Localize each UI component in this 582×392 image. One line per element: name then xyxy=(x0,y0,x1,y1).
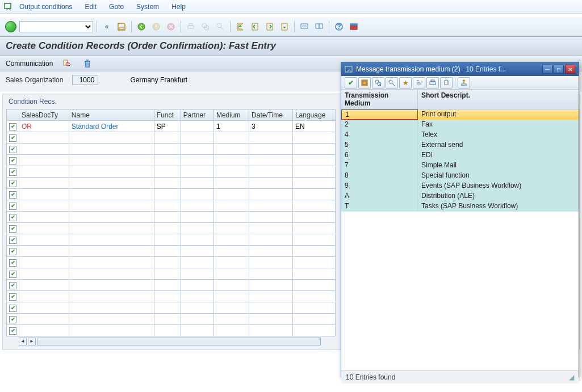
first-page-icon[interactable] xyxy=(234,20,246,33)
row-check[interactable] xyxy=(7,212,19,223)
prev-page-icon[interactable] xyxy=(249,20,261,33)
table-row[interactable] xyxy=(7,268,336,280)
popup-row[interactable]: TTasks (SAP Business Workflow) xyxy=(341,201,579,212)
table-row[interactable] xyxy=(7,314,336,325)
popup-minimize-button[interactable]: ─ xyxy=(542,65,552,74)
layout-icon[interactable] xyxy=(347,20,360,33)
row-check[interactable] xyxy=(7,189,19,200)
table-row[interactable] xyxy=(7,325,336,336)
table-row[interactable] xyxy=(7,246,336,257)
help-icon[interactable]: ? xyxy=(333,20,345,33)
menu-output-conditions[interactable]: Output conditions xyxy=(19,3,72,11)
table-row[interactable] xyxy=(7,280,336,291)
sales-org-value[interactable]: 1000 xyxy=(72,75,98,85)
cell-funct[interactable]: SP xyxy=(154,121,181,132)
popup-export-icon[interactable] xyxy=(440,77,453,88)
popup-row[interactable]: ADistribution (ALE) xyxy=(341,191,579,201)
scroll-right-icon[interactable]: ► xyxy=(28,338,36,345)
popup-sort-icon[interactable] xyxy=(413,77,425,88)
popup-maximize-button[interactable]: □ xyxy=(554,65,564,74)
table-row[interactable] xyxy=(7,291,336,302)
detail-icon[interactable] xyxy=(61,57,73,70)
popup-restrict-icon[interactable] xyxy=(358,77,371,88)
col-partner[interactable]: Partner xyxy=(181,109,213,121)
col-salesdocty[interactable]: SalesDocTy xyxy=(19,109,69,121)
cell-datetime[interactable]: 3 xyxy=(249,121,293,132)
row-check[interactable] xyxy=(7,223,19,234)
save-icon[interactable] xyxy=(115,20,128,33)
table-row[interactable] xyxy=(7,178,336,189)
popup-row[interactable]: 5External send xyxy=(341,140,579,150)
col-funct[interactable]: Funct xyxy=(154,109,181,121)
row-check[interactable] xyxy=(7,302,19,314)
row-check[interactable] xyxy=(7,144,19,155)
popup-personal-icon[interactable] xyxy=(458,77,470,88)
row-check[interactable] xyxy=(7,246,19,257)
popup-title-bar[interactable]: Message transmission medium (2) 10 Entri… xyxy=(341,62,579,76)
popup-row[interactable]: 8Special function xyxy=(341,171,579,181)
scroll-left-icon[interactable]: ◄ xyxy=(19,338,27,345)
popup-resize-grip[interactable]: ◢ xyxy=(569,373,574,381)
back-button[interactable] xyxy=(135,20,148,33)
col-language[interactable]: Language xyxy=(292,109,335,121)
delete-icon[interactable] xyxy=(81,57,94,70)
condition-grid[interactable]: SalesDocTy Name Funct Partner Medium Dat… xyxy=(6,109,336,336)
menu-goto[interactable]: Goto xyxy=(109,3,124,11)
table-row[interactable] xyxy=(7,132,336,144)
popup-close-button[interactable]: ✕ xyxy=(565,65,575,74)
communication-button[interactable]: Communication xyxy=(6,60,53,68)
table-row[interactable] xyxy=(7,212,336,223)
menu-system[interactable]: System xyxy=(136,3,159,11)
menu-dropdown-icon[interactable] xyxy=(3,2,14,12)
row-check[interactable] xyxy=(7,121,19,132)
popup-row[interactable]: 6EDI xyxy=(341,150,579,161)
cell-salesdocty[interactable]: OR xyxy=(19,121,69,132)
last-page-icon[interactable] xyxy=(278,20,291,33)
popup-favorite-icon[interactable]: ★ xyxy=(399,77,412,88)
table-row[interactable] xyxy=(7,189,336,200)
okcode-select[interactable] xyxy=(19,21,93,32)
popup-accept-icon[interactable]: ✔ xyxy=(345,77,357,88)
table-row[interactable] xyxy=(7,144,336,155)
new-session-icon[interactable] xyxy=(298,20,311,33)
row-check[interactable] xyxy=(7,257,19,268)
popup-row[interactable]: 4Telex xyxy=(341,130,579,140)
scroll-track[interactable] xyxy=(37,338,321,345)
cell-partner[interactable] xyxy=(181,121,213,132)
popup-print-icon[interactable] xyxy=(426,77,439,88)
row-check[interactable] xyxy=(7,155,19,166)
table-row[interactable]: ORStandard OrderSP13EN xyxy=(7,121,336,132)
cell-name[interactable]: Standard Order xyxy=(69,121,154,132)
row-check[interactable] xyxy=(7,178,19,189)
row-check[interactable] xyxy=(7,200,19,212)
row-check[interactable] xyxy=(7,132,19,144)
back-icon[interactable]: « xyxy=(101,20,113,33)
row-check[interactable] xyxy=(7,291,19,302)
table-row[interactable] xyxy=(7,257,336,268)
table-row[interactable] xyxy=(7,200,336,212)
enter-button[interactable] xyxy=(5,20,17,33)
table-row[interactable] xyxy=(7,155,336,166)
row-check[interactable] xyxy=(7,166,19,178)
create-shortcut-icon[interactable] xyxy=(313,20,325,33)
popup-find-icon[interactable] xyxy=(372,77,384,88)
popup-row[interactable]: 9Events (SAP Business Workflow) xyxy=(341,181,579,191)
row-check[interactable] xyxy=(7,280,19,291)
col-medium[interactable]: Medium xyxy=(213,109,249,121)
table-row[interactable] xyxy=(7,223,336,234)
row-check[interactable] xyxy=(7,234,19,246)
col-datetime[interactable]: Date/Time xyxy=(249,109,293,121)
popup-list[interactable]: 1Print output2Fax4Telex5External send6ED… xyxy=(341,109,579,370)
next-page-icon[interactable] xyxy=(263,20,276,33)
col-name[interactable]: Name xyxy=(69,109,154,121)
popup-row[interactable]: 7Simple Mail xyxy=(341,161,579,171)
table-row[interactable] xyxy=(7,302,336,314)
menu-help[interactable]: Help xyxy=(171,3,186,11)
table-row[interactable] xyxy=(7,166,336,178)
cell-language[interactable]: EN xyxy=(292,121,335,132)
row-check[interactable] xyxy=(7,325,19,336)
popup-row[interactable]: 2Fax xyxy=(341,120,579,130)
cell-medium[interactable]: 1 xyxy=(213,121,249,132)
grid-select-header[interactable] xyxy=(7,109,19,121)
popup-col-medium[interactable]: Transmission Medium xyxy=(341,90,418,109)
